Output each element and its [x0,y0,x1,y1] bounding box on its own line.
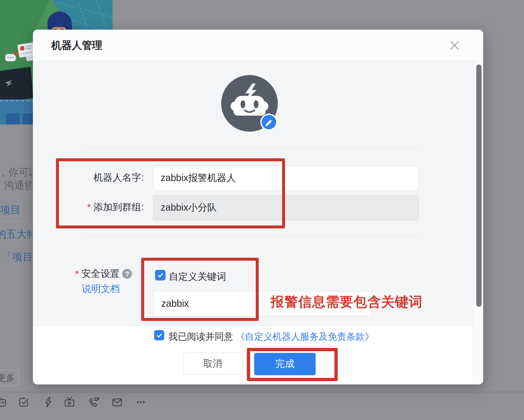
keyword-checkbox-label: 自定义关键词 [169,270,226,283]
edit-avatar-button[interactable] [260,114,277,131]
background-link[interactable]: 「项目群 [2,250,32,264]
group-input [153,195,419,220]
group-label-row: *添加到群组: [59,201,144,214]
video-icon[interactable] [63,396,76,409]
mail-icon[interactable] [111,396,124,409]
lightning-icon[interactable] [41,396,55,409]
robot-name-input[interactable] [153,166,419,191]
agreement-text: 我已阅读并同意 [169,330,233,343]
agreement-terms-link[interactable]: 《自定义机器人服务及免责条款》 [236,330,374,343]
scrollbar-thumb[interactable] [476,65,482,307]
background-text-line: ，你可以 [0,166,32,179]
agreement-row: 我已阅读并同意 《自定义机器人服务及免责条款》 [169,330,374,343]
background-divider [0,222,32,222]
background-divider [0,244,32,244]
section-divider [82,236,419,236]
required-asterisk: * [87,202,91,212]
more-icon[interactable] [134,396,147,409]
agreement-checkbox[interactable] [154,330,164,340]
background-link[interactable]: 的五大特 [0,227,32,241]
robot-management-dialog: 机器人管理 机器人名字: *添加到群组: [33,30,483,384]
robot-icon[interactable] [0,396,8,409]
dialog-title: 机器人管理 [51,30,102,61]
security-label: 安全设置 [81,267,119,280]
cancel-button[interactable]: 取消 [183,353,243,375]
close-icon[interactable] [449,39,460,51]
background-divider [0,198,32,198]
keyword-checkbox[interactable] [155,270,166,280]
todo-icon[interactable] [17,396,30,409]
background-text-column: ，你可以 沟通协 项目 的五大特 「项目群 [0,163,32,268]
background-text-line: 沟通协 [4,178,32,192]
keyword-annotation-text: 报警信息需要包含关键词 [271,293,423,311]
background-link[interactable]: 项目 [0,203,20,217]
section-divider [82,148,419,148]
more-button[interactable]: 更多 [0,370,19,386]
required-asterisk: * [75,269,79,279]
security-label-row: * 安全设置 ? [75,267,132,280]
done-button[interactable]: 完成 [254,353,316,375]
video-call-icon[interactable] [87,396,100,409]
group-label: 添加到群组: [93,202,144,212]
page-divider [0,392,524,392]
doc-link[interactable]: 说明文档 [82,282,120,296]
robot-name-label: 机器人名字: [59,171,144,184]
help-icon[interactable]: ? [122,269,132,279]
dialog-header: 机器人管理 [33,30,483,61]
